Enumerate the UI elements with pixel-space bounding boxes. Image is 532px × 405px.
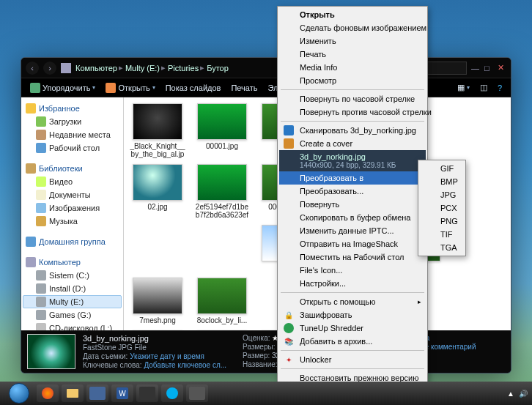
ctx-format-jpg[interactable]: JPG bbox=[420, 188, 464, 201]
ctx-encrypt[interactable]: 🔒Зашифровать bbox=[279, 308, 426, 322]
sidebar-item-downloads[interactable]: Загрузки bbox=[23, 115, 122, 128]
ctx-scan[interactable]: Сканировать 3d_by_norking.jpg bbox=[279, 124, 426, 137]
sidebar-item-recent[interactable]: Недавние места bbox=[23, 128, 122, 141]
ctx-set-background[interactable]: Сделать фоновым изображением bbox=[279, 21, 426, 34]
view-button[interactable]: ▦▾ bbox=[453, 81, 474, 94]
thumbnail-label: _Black_Knight__by_the_big_al.jpg bbox=[130, 142, 185, 158]
preview-pane-button[interactable]: ◫ bbox=[476, 81, 492, 94]
details-pane: 3d_by_norking.jpg FastStone JPG File Дат… bbox=[21, 330, 511, 373]
ctx-open-with[interactable]: Открыть с помощью▸ bbox=[279, 295, 426, 308]
sidebar-item-disk-c[interactable]: Sistem (C:) bbox=[23, 269, 122, 282]
ctx-media-info[interactable]: Media Info bbox=[279, 61, 426, 74]
ctx-format-gif[interactable]: GIF bbox=[420, 162, 464, 175]
ctx-edit[interactable]: Изменить bbox=[279, 34, 426, 48]
taskbar-app1[interactable] bbox=[86, 384, 108, 402]
thumbnail-item[interactable]: 02.jpg bbox=[130, 164, 185, 219]
details-date-link[interactable]: Укажите дату и время bbox=[130, 352, 204, 360]
ctx-open[interactable]: Открыть bbox=[279, 8, 426, 21]
ctx-create-cover[interactable]: Create a cover bbox=[279, 137, 426, 150]
close-button[interactable]: ✕ bbox=[498, 63, 506, 73]
sidebar-item-disk-g[interactable]: Games (G:) bbox=[23, 308, 122, 322]
ctx-format-pcx[interactable]: PCX bbox=[420, 201, 464, 215]
context-menu[interactable]: Открыть Сделать фоновым изображением Изм… bbox=[277, 6, 428, 405]
computer-group[interactable]: Компьютер bbox=[23, 256, 122, 269]
taskbar-firefox[interactable] bbox=[37, 384, 59, 402]
thumbnail-item[interactable]: 2ef5194ef7d1beb7f2bd6a3623efc9.jpg bbox=[194, 164, 250, 219]
ctx-convert[interactable]: Преобразовать... bbox=[279, 185, 426, 198]
breadcrumb-folder2[interactable]: Бутор bbox=[207, 64, 229, 73]
ctx-rotate[interactable]: Повернуть▸ bbox=[279, 198, 426, 211]
navigation-pane[interactable]: Избранное Загрузки Недавние места Рабочи… bbox=[21, 97, 124, 330]
ctx-format-tga[interactable]: TGA bbox=[420, 241, 464, 254]
sidebar-item-video[interactable]: Видео bbox=[23, 175, 122, 188]
ctx-files-icon[interactable]: File's Icon... bbox=[279, 264, 426, 277]
start-button[interactable] bbox=[4, 384, 34, 402]
thumbnail-item[interactable]: 7mesh.png bbox=[130, 278, 185, 324]
thumbnail-item[interactable]: _Black_Knight__by_the_big_al.jpg bbox=[130, 103, 185, 158]
taskbar-skype[interactable] bbox=[161, 384, 183, 402]
slideshow-button[interactable]: Показ слайдов bbox=[161, 82, 226, 94]
ctx-separator bbox=[281, 368, 424, 369]
nav-forward-button[interactable]: › bbox=[43, 62, 56, 75]
ctx-copy-clipboard[interactable]: Скопировать в буфер обмена bbox=[279, 211, 426, 224]
ctx-tuneup[interactable]: TuneUp Shredder bbox=[279, 322, 426, 335]
ctx-format-bmp[interactable]: BMP bbox=[420, 175, 464, 188]
breadcrumb-folder1[interactable]: Picturies bbox=[168, 64, 199, 73]
ctx-rotate-ccw[interactable]: Повернуть против часовой стрелки bbox=[279, 105, 426, 119]
details-filetype: FastStone JPG File bbox=[83, 343, 226, 352]
taskbar-explorer[interactable] bbox=[62, 384, 84, 402]
ctx-print[interactable]: Печать bbox=[279, 48, 426, 61]
system-tray[interactable]: ▲ 🔊 bbox=[507, 390, 528, 398]
images-icon bbox=[36, 203, 46, 213]
tray-icon[interactable]: 🔊 bbox=[519, 390, 528, 398]
ctx-unlocker[interactable]: ✦Unlocker bbox=[279, 353, 426, 366]
sidebar-item-disk-e[interactable]: Multy (E:) bbox=[23, 295, 122, 308]
documents-icon bbox=[36, 190, 46, 200]
favorites-group[interactable]: Избранное bbox=[23, 102, 122, 115]
ctx-format-tif[interactable]: TIF bbox=[420, 228, 464, 241]
maximize-button[interactable]: □ bbox=[484, 64, 493, 73]
ctx-rotate-cw[interactable]: Повернуть по часовой стрелке bbox=[279, 92, 426, 105]
ctx-to-desktop[interactable]: Поместить на Рабочий стол bbox=[279, 250, 426, 264]
help-button[interactable]: ? bbox=[493, 82, 506, 94]
print-button[interactable]: Печать bbox=[226, 82, 262, 94]
location-icon bbox=[61, 63, 71, 73]
sidebar-item-disk-d[interactable]: Install (D:) bbox=[23, 282, 122, 295]
ctx-settings[interactable]: Настройки... bbox=[279, 277, 426, 290]
taskbar-app3[interactable] bbox=[186, 384, 208, 402]
ctx-preview[interactable]: Просмотр bbox=[279, 74, 426, 87]
lock-icon: 🔒 bbox=[284, 310, 294, 320]
organize-button[interactable]: Упорядочить▾ bbox=[26, 81, 100, 94]
thumbnail-item[interactable]: 00001.jpg bbox=[194, 103, 250, 158]
nav-back-button[interactable]: ‹ bbox=[26, 62, 39, 75]
libraries-group[interactable]: Библиотеки bbox=[23, 162, 122, 175]
ctx-imageshack[interactable]: Отправить на ImageShack bbox=[279, 237, 426, 250]
star-icon bbox=[26, 103, 36, 114]
ctx-convert-to[interactable]: Преобразовать в▸ bbox=[279, 171, 426, 185]
homegroup-group[interactable]: Домашняя группа bbox=[23, 235, 122, 248]
sidebar-item-desktop[interactable]: Рабочий стол bbox=[23, 141, 122, 155]
homegroup-icon bbox=[26, 237, 36, 247]
breadcrumb-computer[interactable]: Компьютер bbox=[75, 64, 117, 73]
breadcrumb-drive[interactable]: Multy (E:) bbox=[125, 64, 160, 73]
details-tags-link[interactable]: Добавьте ключевое сл... bbox=[144, 361, 226, 369]
minimize-button[interactable]: — bbox=[471, 64, 480, 73]
wand-icon: ✦ bbox=[284, 354, 294, 365]
sidebar-item-music[interactable]: Музыка bbox=[23, 215, 122, 228]
taskbar-app2[interactable] bbox=[136, 384, 158, 402]
thumbnail-item[interactable]: 8oclock_by_li... bbox=[194, 278, 250, 324]
libraries-icon bbox=[26, 163, 36, 174]
ctx-format-png[interactable]: PNG bbox=[420, 215, 464, 228]
windows-orb-icon bbox=[9, 383, 29, 404]
sidebar-item-docs[interactable]: Документы bbox=[23, 188, 122, 201]
taskbar-word[interactable]: W bbox=[111, 384, 133, 402]
context-submenu-formats[interactable]: GIF BMP JPG PCX PNG TIF TGA bbox=[418, 160, 466, 256]
open-button[interactable]: Открыть▾ bbox=[101, 81, 159, 94]
taskbar[interactable]: W ▲ 🔊 bbox=[0, 382, 532, 405]
sidebar-item-cd[interactable]: CD-дисковод (L:) bbox=[23, 322, 122, 330]
tray-icon[interactable]: ▲ bbox=[507, 390, 514, 398]
sidebar-item-images[interactable]: Изображения bbox=[23, 201, 122, 215]
ctx-edit-iptc[interactable]: Изменить данные IPTC... bbox=[279, 224, 426, 237]
computer-icon bbox=[26, 257, 36, 267]
ctx-add-archive[interactable]: 📚Добавить в архив... bbox=[279, 335, 426, 348]
